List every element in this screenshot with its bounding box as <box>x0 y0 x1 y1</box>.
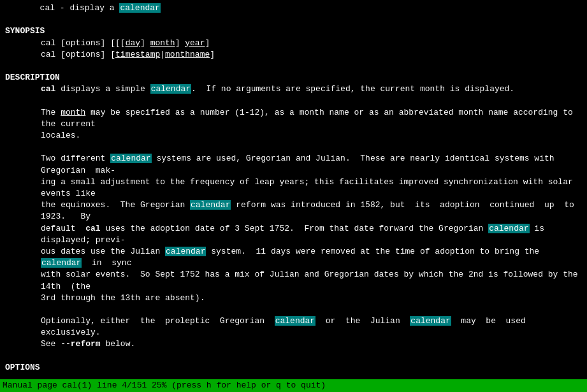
cal-bold-1: cal <box>41 84 55 94</box>
blank-line-6 <box>5 351 582 362</box>
man-page-content: cal - display a calendar SYNOPSIS cal [o… <box>5 3 582 392</box>
blank-line-5 <box>5 304 582 316</box>
desc-line2b: locales. <box>5 130 582 142</box>
title-line: cal - display a calendar <box>5 3 582 14</box>
timestamp-underline: timestamp <box>115 50 160 59</box>
calendar-highlight-6: calendar <box>41 258 82 268</box>
terminal-window: cal - display a calendar SYNOPSIS cal [o… <box>0 0 587 392</box>
month-underline-2: month <box>61 108 85 117</box>
day-underline: day <box>126 38 140 48</box>
desc-line1: cal displays a simple calendar. If no ar… <box>5 83 582 95</box>
month-underline: month <box>150 38 175 48</box>
calendar-highlight-0: calendar <box>119 3 160 13</box>
desc-para2-2: See --reform below. <box>5 338 582 350</box>
calendar-highlight-3: calendar <box>190 200 231 210</box>
calendar-highlight-1: calendar <box>150 84 191 94</box>
synopsis-line1: cal [options] [[[day] month] year] <box>5 38 582 49</box>
options-header: OPTIONS <box>5 362 582 374</box>
blank-line-2 <box>5 61 582 72</box>
blank-line-3 <box>5 96 582 107</box>
calendar-highlight-7: calendar <box>275 316 315 326</box>
calendar-highlight-5: calendar <box>165 247 206 256</box>
desc-para2-1: Optionally, either the proleptic Gregori… <box>5 316 582 338</box>
desc-para1-1: Two different calendar systems are used,… <box>5 153 582 176</box>
desc-para1-4: default cal uses the adoption date of 3 … <box>5 223 582 246</box>
calendar-highlight-2: calendar <box>110 154 151 163</box>
description-header: DESCRIPTION <box>5 72 582 83</box>
desc-para1-7: 3rd through the 13th are absent). <box>5 293 582 304</box>
desc-para1-5: ous dates use the Julian calendar system… <box>5 246 582 269</box>
synopsis-line2: cal [options] [timestamp|monthname] <box>5 49 582 61</box>
desc-line2: The month may be specified as a number (… <box>5 107 582 130</box>
desc-para1-2: ing a small adjustment to the frequency … <box>5 177 582 200</box>
calendar-highlight-4: calendar <box>488 224 529 233</box>
status-bar: Manual page cal(1) line 4/151 25% (press… <box>0 379 587 392</box>
year-underline: year <box>185 38 205 48</box>
reform-bold: --reform <box>61 339 100 349</box>
blank-line-4 <box>5 142 582 153</box>
synopsis-header: SYNOPSIS <box>5 25 582 37</box>
monthname-underline: monthname <box>165 50 210 59</box>
status-bar-text: Manual page cal(1) line 4/151 25% (press… <box>3 381 326 390</box>
cal-bold-2: cal <box>85 224 100 233</box>
calendar-highlight-8: calendar <box>410 316 451 326</box>
desc-para1-6: with solar events. So Sept 1752 has a mi… <box>5 269 582 292</box>
blank-line-1 <box>5 14 582 25</box>
desc-para1-3: the equinoxes. The Gregorian calendar re… <box>5 200 582 222</box>
